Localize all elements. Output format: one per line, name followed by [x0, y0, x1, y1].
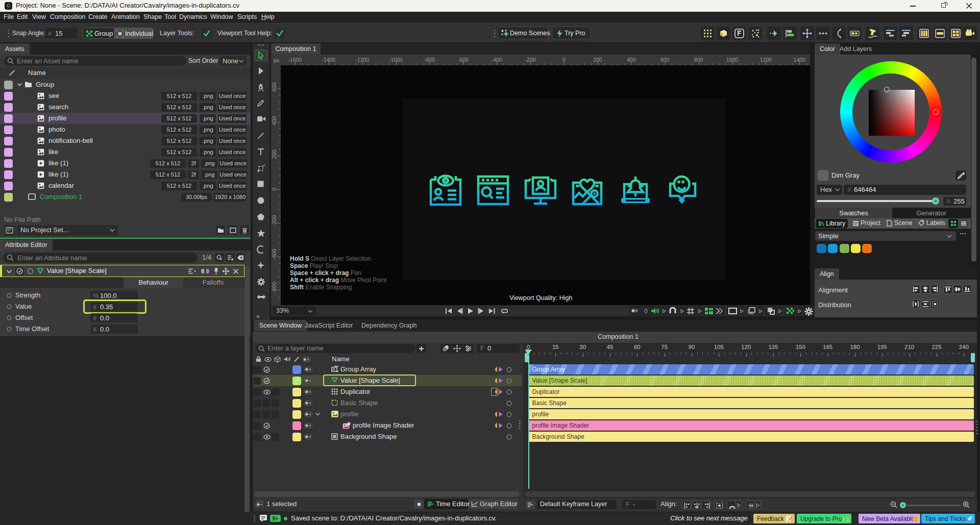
svg-text:0: 0 [644, 308, 648, 314]
